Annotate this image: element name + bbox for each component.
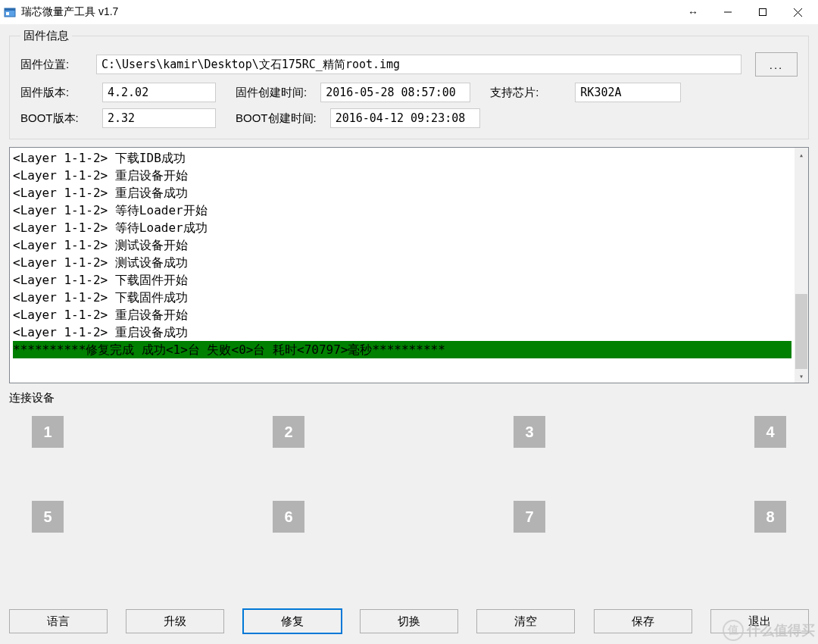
svg-rect-2	[6, 12, 9, 15]
titlebar: 瑞芯微量产工具 v1.7 ↔	[0, 0, 818, 24]
device-slot-4[interactable]: 4	[754, 416, 786, 448]
log-line: <Layer 1-1-2> 重启设备成功	[13, 184, 791, 202]
log-line: <Layer 1-1-2> 等待Loader成功	[13, 219, 791, 236]
log-line: <Layer 1-1-2> 下载IDB成功	[13, 149, 791, 167]
log-line: <Layer 1-1-2> 下载固件成功	[13, 289, 791, 306]
devices-group: 连接设备 1 2 3 4 5 6 7 8	[9, 391, 809, 537]
save-button[interactable]: 保存	[594, 609, 692, 633]
scroll-down-icon[interactable]: ▾	[795, 369, 808, 383]
svg-rect-1	[5, 8, 15, 11]
scroll-thumb[interactable]	[795, 294, 807, 369]
watermark-text: 什么值得买	[747, 621, 815, 639]
log-line: <Layer 1-1-2> 重启设备成功	[13, 324, 791, 341]
watermark-badge-icon: 值	[723, 620, 744, 641]
devices-legend: 连接设备	[9, 391, 809, 405]
bottom-toolbar: 语言 升级 修复 切换 清空 保存 退出	[9, 609, 809, 633]
maximize-button[interactable]	[745, 0, 780, 24]
firmware-path-input[interactable]: C:\Users\kamir\Desktop\文石175RC_精简root.im…	[96, 55, 742, 74]
log-line: <Layer 1-1-2> 重启设备开始	[13, 306, 791, 324]
chip-input[interactable]: RK302A	[575, 83, 681, 102]
boot-buildtime-input[interactable]: 2016-04-12 09:23:08	[330, 108, 480, 128]
log-line: <Layer 1-1-2> 测试设备开始	[13, 236, 791, 254]
titlebar-extra-button[interactable]: ↔	[676, 0, 710, 24]
boot-version-label: BOOT版本:	[20, 111, 96, 126]
log-line: <Layer 1-1-2> 测试设备成功	[13, 254, 791, 271]
boot-buildtime-label: BOOT创建时间:	[236, 111, 317, 126]
minimize-button[interactable]	[710, 0, 745, 24]
window-title: 瑞芯微量产工具 v1.7	[21, 5, 118, 19]
scroll-track[interactable]	[795, 161, 808, 369]
device-slot-6[interactable]: 6	[273, 501, 304, 533]
switch-button[interactable]: 切换	[360, 609, 458, 633]
browse-button[interactable]: ...	[755, 52, 798, 77]
firmware-info-group: 固件信息 固件位置: C:\Users\kamir\Desktop\文石175R…	[9, 29, 809, 139]
log-textarea[interactable]: <Layer 1-1-2> 下载IDB成功 <Layer 1-1-2> 重启设备…	[9, 147, 809, 383]
scroll-up-icon[interactable]: ▴	[795, 148, 808, 161]
client-area: 固件信息 固件位置: C:\Users\kamir\Desktop\文石175R…	[0, 24, 818, 644]
close-button[interactable]	[780, 0, 815, 24]
repair-button[interactable]: 修复	[243, 609, 342, 633]
app-icon	[3, 5, 17, 19]
log-line: <Layer 1-1-2> 等待Loader开始	[13, 202, 791, 219]
firmware-version-label: 固件版本:	[20, 86, 96, 100]
device-slot-8[interactable]: 8	[754, 501, 786, 533]
log-result-line: **********修复完成 成功<1>台 失败<0>台 耗时<70797>毫秒…	[13, 341, 791, 358]
device-slot-1[interactable]: 1	[32, 416, 64, 448]
clear-button[interactable]: 清空	[476, 609, 575, 633]
boot-version-input[interactable]: 2.32	[102, 108, 216, 128]
log-line: <Layer 1-1-2> 重启设备开始	[13, 167, 791, 184]
upgrade-button[interactable]: 升级	[126, 609, 224, 633]
firmware-buildtime-input[interactable]: 2016-05-28 08:57:00	[320, 83, 470, 102]
device-slot-7[interactable]: 7	[514, 501, 545, 533]
firmware-info-legend: 固件信息	[20, 29, 72, 43]
firmware-version-input[interactable]: 4.2.02	[102, 83, 216, 102]
device-slot-2[interactable]: 2	[273, 416, 304, 448]
watermark: 值 什么值得买	[723, 620, 815, 641]
log-scrollbar[interactable]: ▴ ▾	[795, 148, 808, 383]
log-content: <Layer 1-1-2> 下载IDB成功 <Layer 1-1-2> 重启设备…	[10, 148, 795, 383]
log-line: <Layer 1-1-2> 下载固件开始	[13, 271, 791, 289]
language-button[interactable]: 语言	[9, 609, 108, 633]
device-slot-5[interactable]: 5	[32, 501, 64, 533]
device-slot-3[interactable]: 3	[514, 416, 545, 448]
firmware-buildtime-label: 固件创建时间:	[236, 86, 307, 100]
chip-label: 支持芯片:	[490, 86, 539, 100]
firmware-path-label: 固件位置:	[20, 58, 96, 72]
